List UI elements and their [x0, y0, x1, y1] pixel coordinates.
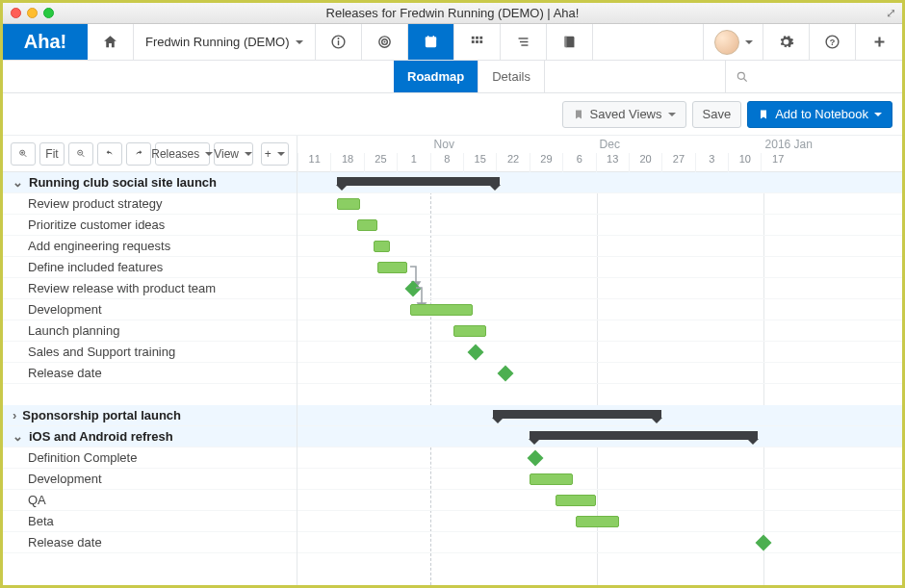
release-summary-bar[interactable]	[337, 177, 500, 186]
milestone-diamond[interactable]	[467, 345, 483, 361]
release-header-row[interactable]: ›Sponsorship portal launch	[3, 405, 297, 426]
row-label: QA	[28, 493, 46, 507]
chevron-down-icon[interactable]: ⌄	[13, 175, 23, 190]
svg-rect-1	[337, 40, 338, 45]
add-to-notebook-button[interactable]: Add to Notebook	[747, 101, 892, 128]
phase-row[interactable]: QA	[3, 490, 297, 511]
user-menu[interactable]	[704, 24, 763, 60]
list-icon	[515, 34, 531, 50]
fit-button[interactable]: Fit	[39, 142, 65, 166]
phase-row[interactable]: Review release with product team	[3, 278, 297, 299]
search-icon	[736, 70, 749, 84]
svg-line-25	[24, 155, 26, 157]
redo-button[interactable]	[126, 142, 151, 166]
phase-row[interactable]: Release date	[3, 532, 297, 553]
phase-row[interactable]: Sales and Support training	[3, 342, 297, 363]
phase-row[interactable]: Add engineering requests	[3, 236, 297, 257]
release-header-row[interactable]: ⌄iOS and Android refresh	[3, 426, 297, 447]
chart-row	[297, 342, 902, 363]
chevron-down-icon	[199, 147, 213, 161]
info-nav[interactable]	[316, 24, 362, 60]
phase-row[interactable]: Development	[3, 299, 297, 320]
task-bar[interactable]	[556, 495, 595, 506]
zoom-out-button[interactable]	[68, 142, 93, 166]
milestone-diamond[interactable]	[756, 535, 772, 551]
svg-point-2	[337, 38, 339, 39]
phase-row[interactable]: Define included features	[3, 257, 297, 278]
subtabs-row: Roadmap Details	[3, 61, 902, 93]
redo-icon	[134, 147, 143, 160]
product-switcher[interactable]: Fredwin Running (DEMO)	[134, 24, 316, 60]
task-bar[interactable]	[576, 516, 619, 527]
phase-row[interactable]: Review product strategy	[3, 193, 297, 215]
releases-nav[interactable]	[408, 24, 454, 60]
day-label: 20	[629, 153, 661, 172]
undo-button[interactable]	[97, 142, 122, 166]
chart-row	[297, 490, 902, 511]
chevron-down-icon[interactable]: ⌄	[13, 429, 23, 444]
main-navbar: Aha! Fredwin Running (DEMO) ?	[3, 24, 902, 61]
phase-row[interactable]: Prioritize customer ideas	[3, 215, 297, 236]
chevron-down-icon	[239, 147, 252, 161]
phase-row[interactable]: Definition Complete	[3, 447, 297, 469]
month-label: Dec	[596, 136, 762, 153]
milestone-diamond[interactable]	[497, 366, 513, 382]
svg-rect-8	[427, 36, 428, 38]
task-bar[interactable]	[374, 241, 390, 252]
release-header-row[interactable]: ⌄Running club social site launch	[3, 172, 297, 193]
plus-label: +	[265, 147, 272, 161]
row-label: Prioritize customer ideas	[28, 217, 165, 232]
window-expand-icon[interactable]: ⤢	[886, 6, 896, 20]
home-icon	[102, 34, 118, 50]
home-nav[interactable]	[88, 24, 134, 60]
phase-row[interactable]: Release date	[3, 363, 297, 384]
svg-rect-9	[432, 36, 433, 38]
day-label: 10	[728, 153, 761, 172]
chevron-right-icon[interactable]: ›	[13, 408, 16, 422]
svg-line-23	[744, 78, 747, 81]
view-label: View	[214, 147, 239, 161]
task-bar[interactable]	[410, 304, 473, 316]
task-bar[interactable]	[357, 219, 377, 231]
row-label: Development	[28, 472, 102, 486]
list-nav[interactable]	[501, 24, 547, 60]
notebook-nav[interactable]	[547, 24, 593, 60]
search-input[interactable]	[725, 61, 902, 92]
chart-row	[297, 469, 902, 490]
task-bar[interactable]	[377, 262, 407, 273]
view-switcher[interactable]: View	[214, 142, 253, 166]
task-bar[interactable]	[530, 473, 573, 485]
phase-row[interactable]: Development	[3, 469, 297, 490]
grid-nav[interactable]	[454, 24, 501, 60]
chart-row	[297, 257, 902, 278]
row-label: Review product strategy	[28, 196, 162, 211]
timeline-header: Fit Releases View + NovDec2016 Jan 11182…	[3, 136, 902, 172]
task-bar[interactable]	[453, 325, 486, 337]
phase-row[interactable]: Launch planning	[3, 320, 297, 342]
releases-filter[interactable]: Releases	[155, 142, 210, 166]
settings-nav[interactable]	[763, 24, 810, 60]
target-nav[interactable]	[362, 24, 408, 60]
chart-row	[297, 532, 902, 553]
svg-point-5	[383, 40, 385, 42]
release-summary-bar[interactable]	[530, 431, 758, 440]
tab-details[interactable]: Details	[478, 61, 545, 92]
zoom-in-button[interactable]	[11, 142, 36, 166]
task-bar[interactable]	[337, 198, 360, 210]
avatar-icon	[714, 30, 739, 55]
aha-logo[interactable]: Aha!	[3, 24, 88, 60]
fit-label: Fit	[45, 147, 58, 161]
phase-row[interactable]: Beta	[3, 511, 297, 532]
milestone-diamond[interactable]	[527, 450, 543, 467]
save-button[interactable]: Save	[692, 101, 742, 128]
svg-rect-11	[476, 37, 478, 39]
undo-icon	[105, 147, 115, 160]
release-summary-bar[interactable]	[493, 410, 661, 419]
help-nav[interactable]: ?	[810, 24, 856, 60]
add-menu-button[interactable]: +	[261, 142, 289, 166]
saved-views-button[interactable]: Saved Views	[562, 101, 686, 128]
row-label: Review release with product team	[28, 281, 216, 295]
gantt-toolbar: Fit Releases View +	[3, 136, 297, 171]
tab-roadmap[interactable]: Roadmap	[394, 61, 478, 92]
add-nav[interactable]	[856, 24, 902, 60]
